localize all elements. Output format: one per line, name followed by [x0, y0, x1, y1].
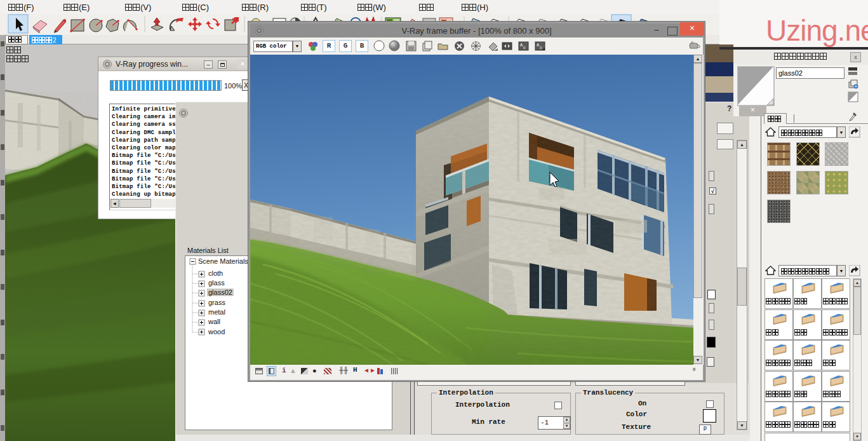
svg-text:B: B — [540, 46, 542, 50]
svg-text:B: B — [523, 46, 526, 50]
